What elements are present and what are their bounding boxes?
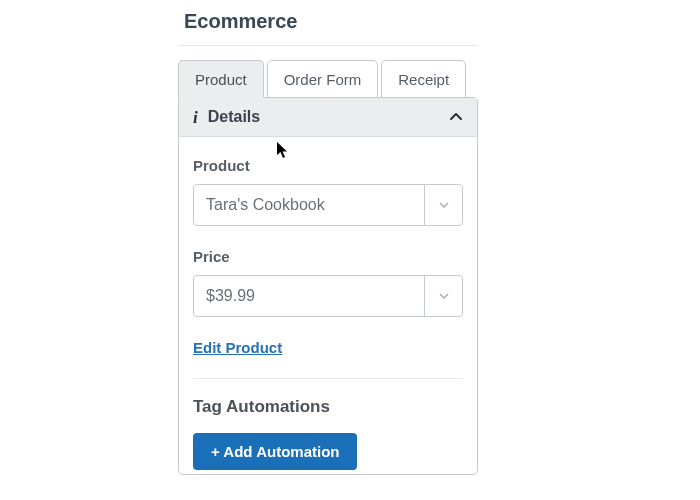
tab-bar: Product Order Form Receipt: [178, 60, 478, 98]
edit-product-link[interactable]: Edit Product: [193, 339, 282, 356]
chevron-down-icon: [424, 276, 462, 316]
price-field-label: Price: [193, 248, 463, 265]
price-select[interactable]: $39.99: [193, 275, 463, 317]
tag-automations-title: Tag Automations: [193, 397, 463, 417]
details-section-header[interactable]: i Details: [179, 98, 477, 137]
tab-receipt-label: Receipt: [398, 71, 449, 88]
tab-panel-product: i Details Product Tara's Cookbook Price …: [178, 97, 478, 475]
add-automation-button[interactable]: + Add Automation: [193, 433, 357, 470]
details-section-title: Details: [208, 108, 260, 126]
chevron-down-icon: [424, 185, 462, 225]
tab-product[interactable]: Product: [178, 60, 264, 98]
page-title: Ecommerce: [178, 0, 478, 45]
chevron-up-icon: [449, 110, 463, 124]
product-field-label: Product: [193, 157, 463, 174]
tab-order-form[interactable]: Order Form: [267, 60, 379, 98]
price-select-value: $39.99: [194, 276, 424, 316]
title-divider: [178, 45, 478, 46]
details-section-body: Product Tara's Cookbook Price $39.99 Edi…: [179, 137, 477, 474]
product-select-value: Tara's Cookbook: [194, 185, 424, 225]
tab-receipt[interactable]: Receipt: [381, 60, 466, 98]
tab-product-label: Product: [195, 71, 247, 88]
tab-order-form-label: Order Form: [284, 71, 362, 88]
section-divider: [193, 378, 463, 379]
product-select[interactable]: Tara's Cookbook: [193, 184, 463, 226]
info-icon: i: [193, 109, 198, 126]
